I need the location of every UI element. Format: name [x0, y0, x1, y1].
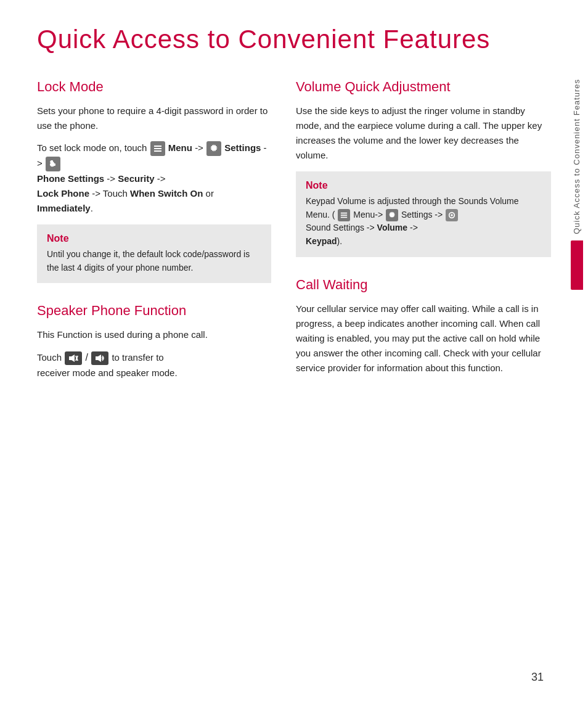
svg-marker-9 [98, 355, 101, 362]
para2-period: . [91, 203, 93, 213]
speaker-icon [91, 351, 108, 365]
para2-or: or [206, 188, 214, 199]
volume-para1: Use the side keys to adjust the ringer v… [296, 104, 551, 163]
lock-mode-section: Lock Mode Sets your phone to require a 4… [37, 79, 271, 283]
mute-icon [65, 351, 82, 365]
speaker-para2-prefix: Touch [37, 352, 64, 363]
call-waiting-para1: Your cellular service may offer call wai… [296, 302, 551, 376]
para2-lock: Lock Phone [37, 188, 89, 199]
page-container: Quick Access to Convenient Features Lock… [0, 0, 588, 706]
speaker-para2-to: to transfer to [112, 352, 163, 363]
speaker-phone-para1: This Function is used during a phone cal… [37, 327, 271, 342]
speaker-phone-heading: Speaker Phone Function [37, 303, 271, 319]
two-column-layout: Lock Mode Sets your phone to require a 4… [37, 79, 551, 400]
svg-rect-1 [154, 148, 161, 149]
note-close: ). [337, 236, 343, 246]
svg-rect-12 [341, 217, 347, 218]
speaker-phone-para2: Touch / [37, 350, 271, 380]
volume-note: Note Keypad Volume is adjusted through t… [296, 171, 551, 257]
call-waiting-heading: Call Waiting [296, 277, 551, 293]
volume-note-title: Note [306, 180, 541, 191]
speaker-slash: / [85, 352, 91, 363]
note-keypad-text: Keypad [306, 236, 337, 246]
para2-phone: Phone Settings [37, 173, 104, 184]
svg-point-15 [451, 214, 452, 216]
note-volume-text: Volume [377, 223, 408, 232]
note-menu-icon [338, 209, 350, 221]
menu-icon [150, 141, 165, 156]
note-settings-icon [386, 209, 398, 221]
lock-mode-para1: Sets your phone to require a 4-digit pas… [37, 104, 271, 133]
para2-security: Security [118, 173, 154, 184]
para2-menu: Menu [168, 142, 192, 153]
para2-when: When Switch On [130, 188, 203, 199]
lock-mode-heading: Lock Mode [37, 79, 271, 95]
svg-rect-11 [341, 215, 347, 216]
settings-icon [206, 141, 221, 156]
speaker-phone-section: Speaker Phone Function This Function is … [37, 303, 271, 380]
para2-arrow3: -> [107, 173, 118, 184]
svg-marker-5 [71, 355, 75, 362]
speaker-para2-suffix: receiver mode and speaker mode. [37, 367, 178, 378]
note-sound-icon [446, 209, 458, 221]
para2-settings: Settings [224, 142, 261, 153]
lock-mode-note: Note Until you change it, the default lo… [37, 224, 271, 283]
note-arrow: -> [410, 223, 418, 232]
phone-settings-icon [46, 157, 60, 171]
volume-note-body: Keypad Volume is adjusted through the So… [306, 195, 541, 248]
side-tab: Quick Access to Convenient Features [566, 74, 588, 432]
note-sound-text: Sound Settings -> [306, 223, 375, 232]
svg-rect-10 [341, 213, 347, 214]
side-tab-text: Quick Access to Convenient Features [571, 74, 582, 234]
svg-rect-0 [154, 146, 161, 147]
para2-immediately: Immediately [37, 203, 91, 213]
volume-heading: Volume Quick Adjustment [296, 79, 551, 95]
svg-rect-4 [69, 356, 71, 360]
volume-quick-section: Volume Quick Adjustment Use the side key… [296, 79, 551, 257]
lock-note-title: Note [47, 233, 261, 244]
para2-prefix: To set lock mode on, touch [37, 142, 150, 153]
page-number: 31 [531, 671, 544, 684]
para2-touch: -> Touch [92, 188, 128, 199]
call-waiting-section: Call Waiting Your cellular service may o… [296, 277, 551, 376]
note-settings-text: Settings -> [401, 210, 443, 220]
lock-note-body: Until you change it, the default lock co… [47, 248, 261, 274]
left-column: Lock Mode Sets your phone to require a 4… [37, 79, 271, 400]
svg-rect-8 [96, 356, 98, 360]
para2-arrow4: -> [157, 173, 166, 184]
para2-arrow1: -> [195, 142, 203, 153]
lock-mode-para2: To set lock mode on, touch Menu -> Setti… [37, 141, 271, 216]
page-title: Quick Access to Convenient Features [37, 25, 551, 54]
side-tab-bar [571, 240, 583, 290]
svg-rect-2 [154, 150, 161, 152]
right-column: Volume Quick Adjustment Use the side key… [296, 79, 551, 400]
note-menu-text: Menu-> [353, 210, 383, 220]
